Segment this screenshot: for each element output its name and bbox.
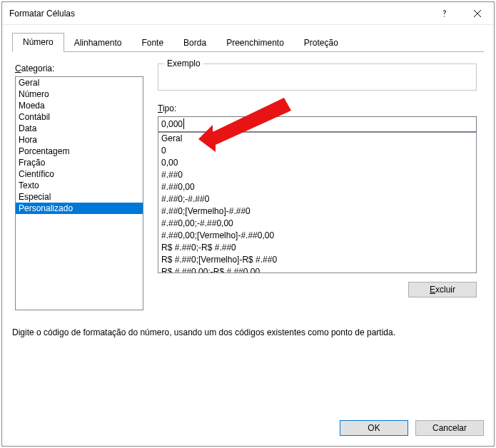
tab-preenchimento[interactable]: Preenchimento <box>216 34 294 52</box>
category-column: Categoria: GeralNúmeroMoedaContábilDataH… <box>15 63 143 310</box>
tab-strip: Número Alinhamento Fonte Borda Preenchim… <box>12 34 484 52</box>
type-listbox[interactable]: Geral00,00#.##0#.##0,00#.##0;-#.##0#.##0… <box>158 132 477 273</box>
close-icon <box>473 9 482 18</box>
excluir-button[interactable]: Excluir <box>408 282 477 297</box>
type-item[interactable]: Geral <box>158 133 476 145</box>
ok-button[interactable]: OK <box>340 420 408 436</box>
format-cells-dialog: Formatar Células Número Alinhamento Font… <box>1 1 495 447</box>
category-listbox[interactable]: GeralNúmeroMoedaContábilDataHoraPorcenta… <box>15 76 143 310</box>
tipo-input-wrap <box>158 116 477 132</box>
exemplo-label: Exemplo <box>164 58 203 68</box>
type-item[interactable]: #.##0 <box>158 169 476 181</box>
close-button[interactable] <box>461 2 494 25</box>
category-item[interactable]: Porcentagem <box>16 146 143 157</box>
hint-text: Digite o código de formatação do número,… <box>2 317 494 337</box>
category-item[interactable]: Hora <box>16 134 143 146</box>
category-item[interactable]: Científico <box>16 168 143 180</box>
category-item[interactable]: Contábil <box>16 111 143 123</box>
cancel-button[interactable]: Cancelar <box>415 420 484 436</box>
type-item[interactable]: R$ #.##0;[Vermelho]-R$ #.##0 <box>158 254 476 266</box>
titlebar: Formatar Células <box>2 2 494 25</box>
tab-alinhamento[interactable]: Alinhamento <box>64 34 132 52</box>
dialog-footer: OK Cancelar <box>2 412 494 446</box>
excluir-row: Excluir <box>158 282 477 297</box>
tab-numero-pane: Categoria: GeralNúmeroMoedaContábilDataH… <box>12 52 484 317</box>
text-caret <box>183 118 184 129</box>
dialog-body: Número Alinhamento Fonte Borda Preenchim… <box>2 25 494 317</box>
category-item[interactable]: Número <box>16 88 143 100</box>
type-item[interactable]: R$ #.##0;-R$ #.##0 <box>158 242 476 254</box>
type-item[interactable]: #.##0,00;-#.##0,00 <box>158 218 476 230</box>
exemplo-groupbox: Exemplo <box>158 63 477 91</box>
right-column: Exemplo Tipo: Geral00,00#.##0#.##0,00#.#… <box>158 63 477 310</box>
type-item[interactable]: R$ #.##0,00;-R$ #.##0,00 <box>158 266 476 273</box>
tab-borda[interactable]: Borda <box>173 34 216 52</box>
type-item[interactable]: #.##0,00;[Vermelho]-#.##0,00 <box>158 230 476 242</box>
category-item[interactable]: Texto <box>16 180 143 191</box>
category-label: Categoria: <box>15 63 143 73</box>
type-item[interactable]: #.##0;[Vermelho]-#.##0 <box>158 205 476 218</box>
tab-protecao[interactable]: Proteção <box>294 34 348 52</box>
type-item[interactable]: 0,00 <box>158 157 476 169</box>
type-item[interactable]: #.##0,00 <box>158 181 476 193</box>
tipo-label: Tipo: <box>158 103 477 113</box>
help-button[interactable] <box>428 2 461 25</box>
tipo-input[interactable] <box>158 116 477 132</box>
tab-fonte[interactable]: Fonte <box>131 34 173 52</box>
type-item[interactable]: #.##0;-#.##0 <box>158 193 476 205</box>
category-item[interactable]: Fração <box>16 157 143 168</box>
window-title: Formatar Células <box>9 9 428 19</box>
category-item[interactable]: Geral <box>16 77 143 88</box>
help-icon <box>440 9 449 18</box>
category-item[interactable]: Personalizado <box>16 203 143 214</box>
tab-numero[interactable]: Número <box>12 33 64 52</box>
category-item[interactable]: Especial <box>16 191 143 203</box>
type-item[interactable]: 0 <box>158 145 476 157</box>
category-item[interactable]: Data <box>16 123 143 134</box>
category-item[interactable]: Moeda <box>16 100 143 111</box>
